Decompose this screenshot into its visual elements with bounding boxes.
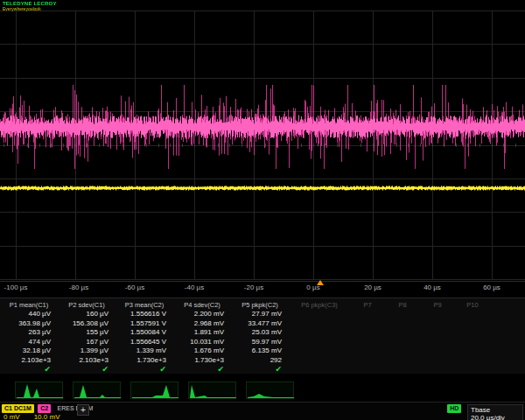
status-check: ✔	[58, 365, 116, 374]
measure-row-mean: 363.98 µV 156.308 µV 1.557591 V 2.968 mV…	[0, 318, 525, 328]
measure-cell: 440 µV	[0, 310, 58, 318]
hd-badge: HD	[447, 404, 461, 413]
time-axis-label: 20 µs	[364, 284, 382, 291]
measure-cell: 160 µV	[58, 310, 116, 318]
time-axis-label: -60 µs	[125, 284, 144, 291]
time-axis-label: 0 µs	[306, 284, 319, 291]
measure-cell: 2.200 mV	[173, 310, 231, 318]
measure-cell: 167 µV	[58, 338, 116, 346]
measure-cell: 2.103e+3	[0, 356, 58, 364]
measure-status-row: ✔ ✔ ✔ ✔ ✔	[0, 365, 525, 374]
channel-c2-chip[interactable]: C2	[38, 404, 51, 413]
measure-cell: 1.730e+3	[116, 356, 173, 364]
c1-offset: 0 mV	[4, 413, 20, 420]
measure-cell: 363.98 µV	[0, 319, 58, 327]
param-header-p5[interactable]: P5 pkpk(C2)	[231, 301, 289, 309]
param-header-p3[interactable]: P3 mean(C2)	[116, 301, 173, 309]
channel-c1-chip[interactable]: C1 DC1M	[2, 404, 34, 413]
time-axis-label: -20 µs	[244, 284, 263, 291]
status-check: ✔	[173, 365, 231, 374]
measure-cell: 10.031 mV	[173, 338, 231, 346]
measure-cell: 1.730e+3	[173, 356, 231, 364]
measure-cell: 1.891 mV	[173, 328, 231, 336]
histicon-strip	[0, 382, 525, 401]
measure-cell: 1.676 mV	[173, 346, 231, 354]
c1-values: 0 mV10.0 mV	[4, 413, 60, 420]
timebase-group: HD 13 Bits Tbase 20.0 µs/div	[445, 404, 523, 420]
measure-row-sdev: 32.18 µV 1.399 µV 1.339 mV 1.676 mV 6.13…	[0, 346, 525, 356]
histicon-p4[interactable]	[188, 382, 236, 399]
histicon-p2[interactable]	[73, 382, 121, 399]
teledyne-lecroy-logo: TELEDYNE LECROY Everywhereyoulook	[3, 1, 57, 11]
waveform-display[interactable]	[0, 10, 525, 280]
measure-table: P1 mean(C1) P2 sdev(C1) P3 mean(C2) P4 s…	[0, 298, 525, 374]
measure-cell: 1.556645 V	[116, 338, 173, 346]
measure-cell: 1.339 mV	[116, 346, 173, 354]
measure-row-num: 2.103e+3 2.103e+3 1.730e+3 1.730e+3 292	[0, 355, 525, 365]
measure-row-max: 474 µV 167 µV 1.556645 V 10.031 mV 59.97…	[0, 337, 525, 346]
measure-cell: 1.556616 V	[116, 310, 173, 318]
measure-cell: 1.557591 V	[116, 319, 173, 327]
time-axis-label: -80 µs	[69, 284, 88, 291]
measure-cell: 474 µV	[0, 338, 58, 346]
time-axis-label: 60 µs	[483, 284, 500, 291]
oscilloscope-screen: TELEDYNE LECROY Everywhereyoulook -100 µ…	[0, 0, 525, 420]
timebase-scale: 20.0 µs/div	[471, 414, 520, 420]
param-header-p6[interactable]: P6 pkpk(C3)	[289, 301, 350, 309]
measure-row-min: 263 µV 155 µV 1.550084 V 1.891 mV 25.03 …	[0, 328, 525, 338]
measure-cell: 27.97 mV	[231, 310, 289, 318]
param-header-p1[interactable]: P1 mean(C1)	[0, 301, 58, 309]
measure-cell: 25.03 mV	[231, 328, 289, 336]
measure-cell: 263 µV	[0, 328, 58, 336]
measure-cell: 155 µV	[58, 328, 116, 336]
hd-indicator[interactable]: HD 13 Bits	[445, 404, 464, 420]
measure-cell: 292	[231, 356, 289, 364]
param-header-p9[interactable]: P9	[420, 301, 455, 309]
measure-cell: 1.399 µV	[58, 346, 116, 354]
timebase-box[interactable]: Tbase 20.0 µs/div	[467, 404, 523, 420]
param-header-p7[interactable]: P7	[350, 301, 385, 309]
timebase-label: Tbase	[471, 406, 520, 414]
measure-header-row: P1 mean(C1) P2 sdev(C1) P3 mean(C2) P4 s…	[0, 300, 525, 310]
bottom-bar: C1 DC1M C2 ERES DC1M 0 mV10.0 mV + HD 13…	[0, 402, 525, 420]
status-check: ✔	[0, 365, 58, 374]
time-axis: -100 µs-80 µs-60 µs-40 µs-20 µs0 µs20 µs…	[0, 281, 525, 294]
add-trace-button[interactable]: +	[77, 404, 89, 416]
param-header-p10[interactable]: P10	[455, 301, 490, 309]
time-axis-label: -40 µs	[185, 284, 204, 291]
logo-line2: Everywhereyoulook	[3, 7, 57, 12]
time-axis-label: -100 µs	[4, 284, 28, 291]
measure-cell: 32.18 µV	[0, 346, 58, 354]
measure-row-value: 440 µV 160 µV 1.556616 V 2.200 mV 27.97 …	[0, 310, 525, 319]
histicon-p5[interactable]	[246, 382, 294, 399]
c1-label: C1	[4, 405, 12, 411]
measure-cell: 33.477 mV	[231, 319, 289, 327]
measure-cell: 2.968 mV	[173, 319, 231, 327]
histicon-p3[interactable]	[130, 382, 178, 399]
param-header-p2[interactable]: P2 sdev(C1)	[58, 301, 116, 309]
measure-cell: 59.97 mV	[231, 338, 289, 346]
c1-coupling: DC1M	[14, 405, 32, 411]
c1-scale: 10.0 mV	[34, 413, 60, 420]
measure-cell: 2.103e+3	[58, 356, 116, 364]
measure-cell: 156.308 µV	[58, 319, 116, 327]
histicon-p1[interactable]	[15, 382, 63, 399]
time-axis-label: 40 µs	[424, 284, 441, 291]
status-check: ✔	[231, 365, 289, 374]
measure-cell: 6.135 mV	[231, 346, 289, 354]
status-check: ✔	[116, 365, 173, 374]
param-header-p4[interactable]: P4 sdev(C2)	[173, 301, 231, 309]
measure-cell: 1.550084 V	[116, 328, 173, 336]
param-header-p8[interactable]: P8	[385, 301, 420, 309]
